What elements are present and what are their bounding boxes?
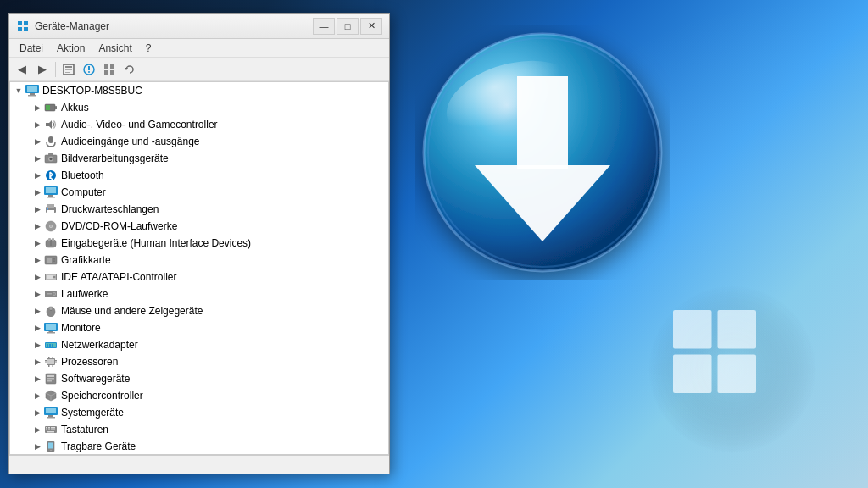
svg-rect-35 (48, 136, 53, 143)
device-tree[interactable]: ▼ DESKTOP-M8S5BUC ▶ Akkus (9, 81, 389, 455)
tree-item-audioinput[interactable]: ▶ Audioeingänge und -ausgänge (10, 133, 388, 150)
menu-bar: Datei Aktion Ansicht ? (9, 39, 389, 58)
svg-rect-108 (51, 430, 53, 431)
dvd-expand: ▶ (31, 219, 44, 233)
tree-root-item[interactable]: ▼ DESKTOP-M8S5BUC (10, 82, 388, 99)
monitors-expand: ▶ (31, 321, 44, 335)
svg-rect-45 (47, 197, 55, 198)
keyboard-icon (44, 423, 58, 436)
svg-rect-104 (51, 427, 53, 429)
toolbar-separator-1 (55, 62, 56, 77)
svg-marker-26 (125, 68, 128, 70)
tree-item-bluetooth[interactable]: ▶ Bluetooth (10, 167, 388, 184)
svg-rect-29 (30, 93, 35, 95)
toolbar-refresh[interactable] (120, 60, 139, 79)
monitors-label: Monitore (61, 322, 101, 334)
tree-item-network[interactable]: ▶ Netzwerkadapter (10, 336, 388, 353)
toolbar-grid[interactable] (100, 60, 119, 79)
system-icon (44, 406, 58, 419)
tree-item-software[interactable]: ▶ Softwaregeräte (10, 370, 388, 387)
software-expand: ▶ (31, 372, 44, 385)
svg-point-64 (53, 276, 56, 279)
tree-item-mouse[interactable]: ▶ Mäuse und andere Zeigegeräte (10, 302, 388, 319)
system-expand: ▶ (31, 406, 44, 419)
audio-expand: ▶ (31, 118, 44, 131)
tree-item-dvd[interactable]: ▶ DVD/CD-ROM-Laufwerke (10, 218, 388, 235)
tree-item-storage[interactable]: ▶ Speichercontroller (10, 387, 388, 404)
tree-item-drives[interactable]: ▶ Laufwerke (10, 286, 388, 302)
tree-item-monitors[interactable]: ▶ Monitore (10, 319, 388, 336)
print-icon (44, 202, 58, 216)
bluetooth-icon (44, 169, 58, 182)
tree-item-hid[interactable]: ▶ Eingabegeräte (Human Interface Devices… (10, 235, 388, 252)
svg-rect-17 (65, 69, 72, 70)
tree-item-keyboard[interactable]: ▶ Tastaturen (10, 421, 388, 438)
svg-rect-100 (47, 417, 55, 419)
svg-rect-90 (53, 365, 54, 367)
audio-icon (44, 118, 58, 131)
cpu-label: Prozessoren (61, 356, 118, 368)
svg-rect-60 (53, 261, 55, 263)
menu-aktion[interactable]: Aktion (50, 41, 92, 56)
close-button[interactable]: ✕ (360, 18, 382, 35)
svg-rect-99 (48, 415, 53, 417)
tree-item-ide[interactable]: ▶ IDE ATA/ATAPI-Controller (10, 269, 388, 286)
window-title: Geräte-Manager (35, 20, 313, 32)
svg-rect-85 (55, 360, 57, 362)
network-icon (44, 338, 58, 352)
print-label: Druckwarteschlangen (61, 203, 159, 215)
svg-rect-88 (53, 357, 54, 358)
audio-label: Audio-, Video- und Gamecontroller (61, 119, 218, 130)
toolbar-forward[interactable]: ▶ (33, 60, 52, 79)
device-manager-window: Geräte-Manager — □ ✕ Datei Aktion Ansich… (8, 13, 390, 474)
maximize-button[interactable]: □ (337, 18, 359, 35)
window-icon (16, 19, 30, 33)
portable-expand: ▶ (31, 440, 44, 453)
tree-item-cpu[interactable]: ▶ Prozessoren (10, 353, 388, 370)
bluetooth-label: Bluetooth (61, 169, 104, 181)
tree-item-akkus[interactable]: ▶ Akkus (10, 99, 388, 116)
drives-label: Laufwerke (61, 288, 108, 300)
storage-icon (44, 389, 58, 402)
toolbar-update[interactable] (80, 60, 98, 79)
tree-item-imaging[interactable]: ▶ Bildverarbeitungsgeräte (10, 150, 388, 167)
toolbar-back[interactable]: ◀ (13, 60, 31, 79)
svg-rect-102 (46, 427, 47, 429)
mouse-expand: ▶ (31, 304, 44, 318)
menu-help[interactable]: ? (139, 41, 159, 56)
svg-rect-73 (46, 324, 56, 330)
menu-ansicht[interactable]: Ansicht (92, 41, 138, 56)
audioinput-expand: ▶ (31, 135, 44, 148)
svg-rect-13 (18, 27, 22, 31)
computer-label: Computer (61, 186, 106, 198)
svg-rect-22 (104, 64, 108, 69)
svg-rect-82 (47, 359, 54, 364)
cpu-icon (44, 355, 58, 369)
svg-rect-68 (47, 293, 52, 295)
print-expand: ▶ (31, 202, 44, 216)
tree-item-computer[interactable]: ▶ Computer (10, 184, 388, 201)
svg-rect-80 (52, 344, 53, 347)
tree-item-portable[interactable]: ▶ Tragbare Geräte (10, 438, 388, 455)
svg-rect-14 (24, 27, 28, 31)
menu-datei[interactable]: Datei (13, 41, 50, 56)
svg-rect-75 (47, 332, 55, 334)
svg-rect-106 (46, 430, 47, 431)
portable-label: Tragbare Geräte (61, 441, 136, 452)
svg-rect-84 (45, 363, 47, 364)
tree-item-gpu[interactable]: ▶ Grafikkarte (10, 252, 388, 269)
cpu-expand: ▶ (31, 355, 44, 369)
svg-rect-23 (110, 64, 114, 69)
title-bar: Geräte-Manager — □ ✕ (9, 14, 389, 39)
tree-item-print[interactable]: ▶ Druckwarteschlangen (10, 201, 388, 218)
tree-item-system[interactable]: ▶ Systemgeräte (10, 404, 388, 421)
drives-expand: ▶ (31, 287, 44, 301)
svg-rect-40 (48, 153, 53, 155)
root-expand-icon: ▼ (12, 84, 25, 97)
minimize-button[interactable]: — (313, 18, 335, 35)
tree-item-audio[interactable]: ▶ Audio-, Video- und Gamecontroller (10, 116, 388, 133)
computer-expand: ▶ (31, 186, 44, 199)
svg-rect-59 (53, 258, 55, 260)
toolbar-properties[interactable] (59, 60, 78, 79)
gpu-icon (44, 253, 58, 267)
